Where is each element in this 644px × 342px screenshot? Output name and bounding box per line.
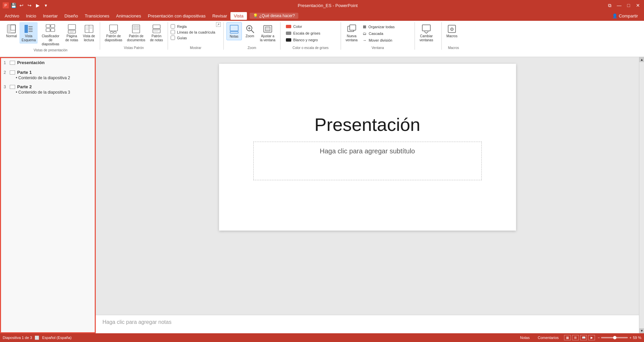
- menu-presentacion[interactable]: Presentación con diapositivas: [144, 12, 209, 20]
- gridlines-input[interactable]: [171, 30, 175, 34]
- scroll-up-button[interactable]: ▲: [639, 57, 644, 62]
- ruler-checkbox[interactable]: Regla: [171, 24, 215, 29]
- gridlines-label: Líneas de la cuadrícula: [177, 30, 215, 34]
- scroll-track: [639, 62, 644, 328]
- help-search[interactable]: 💡 ¿Qué desea hacer?: [250, 13, 298, 19]
- macros-label: Macros: [446, 34, 458, 38]
- fit-window-button[interactable]: Ajustar ala ventana: [258, 22, 277, 44]
- zoom-minus-button[interactable]: −: [598, 336, 600, 340]
- outline-item-2[interactable]: 2 Parte 1 • Contenido de la diapositiva …: [1, 68, 95, 82]
- svg-line-40: [251, 30, 254, 33]
- outline-sub-2-0: • Contenido de la diapositiva 2: [4, 76, 92, 80]
- menu-inicio[interactable]: Inicio: [23, 12, 39, 20]
- show-dialog-button[interactable]: ↗: [216, 22, 221, 27]
- slide-thumb-1: [10, 61, 15, 65]
- slide-master-button[interactable]: Patrón dediapositivas: [103, 22, 124, 44]
- minimize-button[interactable]: —: [616, 2, 622, 9]
- new-window-icon: [346, 23, 357, 34]
- slide-thumb-3: [10, 85, 15, 89]
- save-button[interactable]: 💾: [10, 2, 17, 9]
- comments-panel-button[interactable]: Comentarios: [535, 335, 561, 340]
- slide-master-label: Patrón dediapositivas: [105, 34, 122, 42]
- slide-subtitle-box[interactable]: Haga clic para agregar subtítulo: [253, 142, 482, 180]
- slide-sorter-view-icon[interactable]: ⊞: [572, 335, 579, 340]
- handout-master-label: Patrón dedocumentos: [127, 34, 145, 42]
- svg-rect-13: [68, 30, 76, 33]
- close-button[interactable]: ✕: [635, 2, 641, 9]
- new-window-button[interactable]: Nuevaventana: [344, 22, 360, 44]
- undo-button[interactable]: ↩: [18, 2, 25, 9]
- normal-view-button[interactable]: Normal: [4, 22, 19, 40]
- zoom-slider[interactable]: [601, 337, 628, 338]
- ruler-input[interactable]: [171, 24, 175, 29]
- menu-transiciones[interactable]: Transiciones: [81, 12, 113, 20]
- grayscale-button[interactable]: Escala de grises: [283, 30, 323, 36]
- guides-checkbox[interactable]: Guías: [171, 36, 215, 40]
- restore-down-button[interactable]: ⧉: [606, 2, 613, 9]
- guides-label: Guías: [177, 36, 187, 40]
- handout-master-button[interactable]: Patrón dedocumentos: [125, 22, 147, 44]
- right-scrollbar[interactable]: ▲ ▼: [639, 57, 644, 333]
- presentation-button[interactable]: ▶: [34, 2, 41, 9]
- notes-area[interactable]: Haga clic para agregar notas: [96, 315, 639, 333]
- ribbon-group-show: Regla Líneas de la cuadrícula Guías ↗: [168, 22, 224, 50]
- blackwhite-button[interactable]: Blanco y negro: [283, 37, 323, 43]
- zoom-button[interactable]: Zoom: [243, 22, 257, 40]
- outline-item-3[interactable]: 3 Parte 2 • Contenido de la diapositiva …: [1, 82, 95, 97]
- ruler-label: Regla: [177, 25, 187, 29]
- svg-rect-2: [11, 25, 15, 30]
- slide-count: Diapositiva 1 de 3: [3, 336, 32, 340]
- zoom-control: − + 59 %: [598, 336, 641, 340]
- status-bar-right: Notas Comentarios ▦ ⊞ 📖 ▶ − + 59 %: [517, 335, 641, 340]
- scroll-down-button[interactable]: ▼: [639, 328, 644, 333]
- change-windows-icon: [421, 23, 432, 34]
- reading-view-icon[interactable]: 📖: [580, 335, 587, 340]
- slide-title: Presentación: [314, 114, 420, 135]
- reading-view-label: Vista delectura: [83, 34, 95, 42]
- language-label: Español (España): [42, 336, 71, 340]
- fit-window-label: Ajustar ala ventana: [260, 34, 275, 42]
- svg-rect-30: [136, 26, 139, 28]
- slide-sorter-button[interactable]: Clasificador dediapositivas: [38, 22, 62, 48]
- slide-notes-container: Presentación Haga clic para agregar subt…: [96, 57, 639, 333]
- menu-diseno[interactable]: Diseño: [61, 12, 81, 20]
- svg-rect-10: [46, 29, 50, 32]
- svg-rect-44: [265, 27, 270, 31]
- svg-rect-33: [153, 25, 160, 29]
- share-button[interactable]: 👤 Compartir: [607, 12, 643, 20]
- color-label: Color: [293, 25, 302, 29]
- outline-title-3: Parte 2: [17, 84, 32, 89]
- outline-view-button[interactable]: VistaEsquema: [19, 22, 38, 44]
- reading-view-button[interactable]: Vista delectura: [81, 22, 97, 44]
- menu-insertar[interactable]: Insertar: [40, 12, 61, 20]
- normal-view-icon[interactable]: ▦: [564, 335, 571, 340]
- move-split-button[interactable]: ↔ Mover división: [360, 37, 397, 43]
- notes-master-button[interactable]: Patrónde notas: [148, 22, 165, 44]
- menu-archivo[interactable]: Archivo: [1, 12, 23, 20]
- outline-sub-3-0: • Contenido de la diapositiva 3: [4, 90, 92, 95]
- zoom-plus-button[interactable]: +: [629, 336, 631, 340]
- change-windows-button[interactable]: Cambiarventanas: [418, 22, 435, 44]
- outline-item-1[interactable]: 1 Presentación: [1, 58, 95, 68]
- gridlines-checkbox[interactable]: Líneas de la cuadrícula: [171, 30, 215, 34]
- change-windows-group-label: [418, 45, 439, 50]
- cascade-button[interactable]: 🗂 Cascada: [360, 31, 397, 37]
- color-button[interactable]: Color: [283, 23, 323, 30]
- menu-revisar[interactable]: Revisar: [209, 12, 230, 20]
- menu-animaciones[interactable]: Animaciones: [113, 12, 144, 20]
- organize-all-button[interactable]: ▦ Organizar todas: [360, 23, 397, 30]
- customize-button[interactable]: ▾: [42, 2, 49, 9]
- lightbulb-icon: 💡: [253, 13, 258, 18]
- maximize-button[interactable]: □: [625, 2, 632, 9]
- notes-page-button[interactable]: Páginade notas: [63, 22, 80, 44]
- menu-vista[interactable]: Vista: [230, 12, 247, 20]
- slide-canvas[interactable]: Presentación Haga clic para agregar subt…: [219, 64, 516, 231]
- outline-num-2: 2: [4, 70, 8, 75]
- svg-rect-29: [133, 26, 136, 28]
- macros-button[interactable]: ⚙ Macros: [444, 22, 460, 40]
- slideshow-icon[interactable]: ▶: [588, 335, 595, 340]
- redo-button[interactable]: ↪: [26, 2, 33, 9]
- notes-panel-button[interactable]: Notas: [517, 335, 532, 340]
- guides-input[interactable]: [171, 36, 175, 40]
- notes-zoom-button[interactable]: Notas: [226, 22, 242, 40]
